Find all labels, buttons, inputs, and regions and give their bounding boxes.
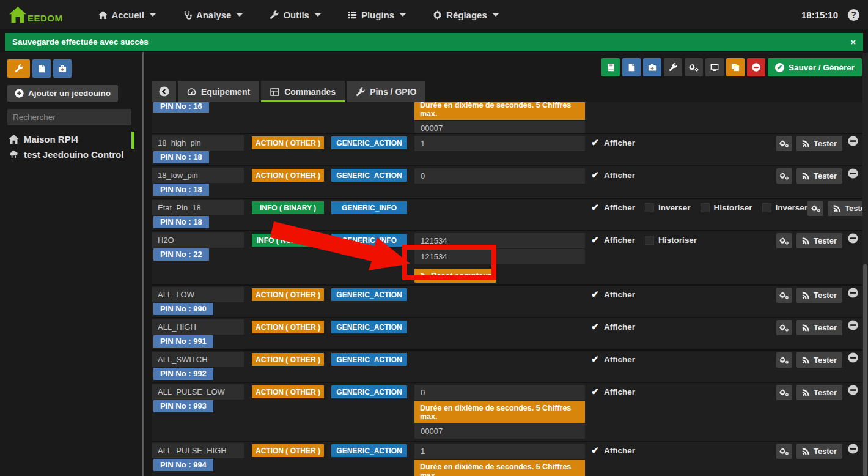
tester-button[interactable]: Tester — [796, 444, 842, 459]
option-checkbox[interactable]: ✔Afficher — [590, 236, 635, 245]
command-name-input[interactable] — [152, 168, 244, 183]
nav-reglages[interactable]: Réglages — [433, 10, 499, 20]
option-checkbox[interactable]: ✔Afficher — [590, 322, 635, 332]
remove-command-icon[interactable] — [848, 136, 858, 146]
command-name-input[interactable] — [152, 200, 244, 215]
add-jeedouino-button[interactable]: Ajouter un jeedouino — [7, 85, 118, 102]
command-name-input[interactable] — [152, 287, 244, 302]
checkbox-checked-icon[interactable]: ✔ — [590, 138, 600, 147]
sidebar-item-test-jeedouino[interactable]: test Jeedouino Control — [7, 147, 136, 162]
option-checkbox[interactable]: ✔Afficher — [590, 203, 635, 212]
duration-input[interactable] — [414, 121, 585, 133]
configure-command-button[interactable] — [776, 444, 792, 459]
duration-input[interactable] — [414, 423, 585, 439]
configure-command-button[interactable] — [776, 320, 792, 335]
reset-counter-button[interactable]: Reset compteur — [414, 269, 496, 283]
checkbox-checked-icon[interactable]: ✔ — [590, 446, 600, 455]
command-name-input[interactable] — [152, 352, 244, 367]
nav-analyse[interactable]: Analyse — [183, 10, 243, 20]
command-value-input[interactable] — [414, 444, 585, 459]
command-name-input[interactable] — [152, 319, 244, 335]
chevron-down-icon — [315, 13, 321, 17]
command-value-input[interactable] — [414, 249, 585, 264]
checkbox-icon[interactable] — [762, 203, 771, 212]
nav-plugins[interactable]: Plugins — [348, 10, 406, 20]
display-button[interactable] — [705, 58, 724, 76]
tester-button[interactable]: Tester — [796, 320, 842, 335]
tester-button[interactable]: Tester — [796, 136, 842, 151]
option-checkbox[interactable]: ✔Afficher — [590, 138, 635, 147]
checkbox-checked-icon[interactable]: ✔ — [590, 203, 600, 212]
tab-equipement[interactable]: Equipement — [178, 81, 259, 102]
tester-button[interactable]: Tester — [796, 288, 842, 303]
save-generate-button[interactable]: ✔ Sauver / Générer — [768, 58, 862, 76]
command-value-input[interactable] — [414, 385, 585, 400]
help-icon[interactable]: ? — [848, 9, 859, 21]
option-checkbox[interactable]: Inverser — [645, 203, 691, 212]
option-checkbox[interactable]: ✔Afficher — [590, 446, 635, 455]
remove-command-icon[interactable] — [848, 233, 858, 244]
log-button[interactable] — [601, 58, 620, 76]
configure-command-button[interactable] — [776, 288, 792, 303]
tab-commandes[interactable]: Commandes — [261, 81, 345, 102]
remove-command-icon[interactable] — [848, 288, 858, 298]
search-input[interactable] — [7, 109, 131, 125]
plugin-config-button[interactable] — [7, 59, 30, 78]
checkbox-checked-icon[interactable]: ✔ — [590, 171, 600, 180]
back-button[interactable] — [152, 81, 176, 102]
option-checkbox[interactable]: ✔Afficher — [590, 387, 635, 396]
tester-button[interactable]: Tester — [796, 233, 842, 248]
tester-button[interactable]: Tester — [796, 385, 842, 400]
checkbox-icon[interactable] — [701, 203, 710, 212]
remove-command-icon[interactable] — [848, 168, 858, 179]
plugin-doc-button[interactable] — [32, 59, 51, 78]
checkbox-checked-icon[interactable]: ✔ — [590, 355, 600, 364]
configure-command-button[interactable] — [776, 136, 792, 151]
option-checkbox[interactable]: ✔Afficher — [590, 355, 635, 364]
option-checkbox[interactable]: ✔Afficher — [590, 290, 635, 299]
close-icon[interactable]: × — [850, 37, 856, 47]
command-value-input[interactable] — [414, 233, 585, 248]
command-value-input[interactable] — [414, 136, 585, 151]
command-name-input[interactable] — [152, 384, 244, 400]
configuration-button[interactable] — [664, 58, 682, 76]
scrollbar-thumb[interactable] — [863, 264, 867, 476]
configure-command-button[interactable] — [776, 385, 792, 400]
command-name-input[interactable] — [152, 232, 244, 248]
duplicate-button[interactable] — [726, 58, 745, 76]
documentation-button[interactable] — [622, 58, 641, 76]
delete-button[interactable] — [747, 58, 765, 76]
sidebar-item-maison-rpi4[interactable]: Maison RPI4 — [7, 132, 136, 147]
configure-command-button[interactable] — [776, 233, 792, 248]
advanced-settings-button[interactable] — [685, 58, 703, 76]
option-checkbox[interactable]: Historiser — [701, 203, 752, 212]
option-label: Inverser — [776, 203, 808, 212]
remove-command-icon[interactable] — [848, 352, 858, 363]
plugin-health-button[interactable] — [53, 59, 72, 78]
configure-command-button[interactable] — [776, 168, 792, 184]
checkbox-checked-icon[interactable]: ✔ — [590, 322, 600, 332]
checkbox-checked-icon[interactable]: ✔ — [590, 387, 600, 396]
option-checkbox[interactable]: Historiser — [645, 236, 697, 245]
checkbox-checked-icon[interactable]: ✔ — [590, 236, 600, 245]
nav-outils[interactable]: Outils — [270, 10, 321, 20]
health-button[interactable] — [643, 58, 661, 76]
option-checkbox[interactable]: Inverser — [762, 203, 808, 212]
checkbox-icon[interactable] — [645, 236, 654, 245]
remove-command-icon[interactable] — [848, 385, 858, 395]
checkbox-icon[interactable] — [645, 203, 654, 212]
remove-command-icon[interactable] — [848, 320, 858, 330]
remove-command-icon[interactable] — [848, 444, 858, 454]
jeedom-logo[interactable]: EEDOM — [9, 6, 63, 24]
tester-button[interactable]: Tester — [796, 352, 842, 368]
command-name-input[interactable] — [152, 135, 244, 151]
configure-command-button[interactable] — [776, 352, 792, 368]
command-value-input[interactable] — [414, 168, 585, 184]
command-name-input[interactable] — [152, 443, 244, 458]
nav-accueil[interactable]: Accueil — [98, 10, 156, 20]
checkbox-checked-icon[interactable]: ✔ — [590, 290, 600, 299]
tab-pins-gpio[interactable]: Pins / GPIO — [347, 81, 425, 102]
configure-command-button[interactable] — [807, 201, 823, 216]
option-checkbox[interactable]: ✔Afficher — [590, 171, 635, 180]
tester-button[interactable]: Tester — [796, 168, 842, 184]
